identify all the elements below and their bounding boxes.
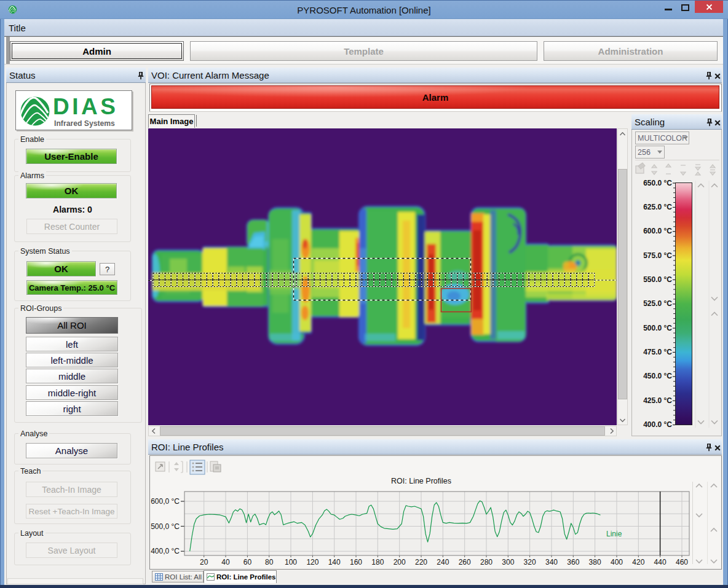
svg-text:360: 360 bbox=[567, 558, 579, 566]
svg-text:260: 260 bbox=[459, 558, 471, 566]
svg-text:80: 80 bbox=[265, 558, 274, 566]
svg-text:380: 380 bbox=[589, 558, 601, 566]
svg-text:460: 460 bbox=[676, 558, 688, 566]
svg-text:Linie: Linie bbox=[606, 530, 622, 538]
svg-text:ROI: Line Profiles: ROI: Line Profiles bbox=[391, 477, 451, 485]
svg-text:320: 320 bbox=[524, 558, 536, 566]
svg-text:340: 340 bbox=[545, 558, 558, 566]
svg-text:120: 120 bbox=[306, 558, 318, 566]
svg-text:160: 160 bbox=[350, 558, 362, 566]
svg-text:180: 180 bbox=[371, 558, 384, 566]
svg-text:500,0 °C: 500,0 °C bbox=[151, 522, 180, 531]
svg-text:220: 220 bbox=[415, 558, 427, 566]
svg-text:600,0 °C: 600,0 °C bbox=[151, 497, 180, 506]
svg-text:DIAS: DIAS bbox=[53, 94, 118, 119]
svg-text:200: 200 bbox=[394, 558, 406, 566]
svg-text:400: 400 bbox=[611, 558, 623, 566]
svg-text:Infrared Systems: Infrared Systems bbox=[54, 119, 115, 128]
svg-text:420: 420 bbox=[632, 558, 644, 566]
svg-text:100: 100 bbox=[285, 558, 297, 566]
svg-text:20: 20 bbox=[200, 558, 208, 566]
svg-text:400,0 °C: 400,0 °C bbox=[151, 547, 180, 555]
svg-text:280: 280 bbox=[480, 558, 493, 566]
svg-text:240: 240 bbox=[437, 558, 449, 566]
svg-text:300: 300 bbox=[502, 558, 514, 566]
svg-text:440: 440 bbox=[654, 558, 667, 566]
svg-text:60: 60 bbox=[243, 558, 252, 566]
svg-text:140: 140 bbox=[328, 558, 341, 566]
svg-text:40: 40 bbox=[221, 558, 230, 566]
